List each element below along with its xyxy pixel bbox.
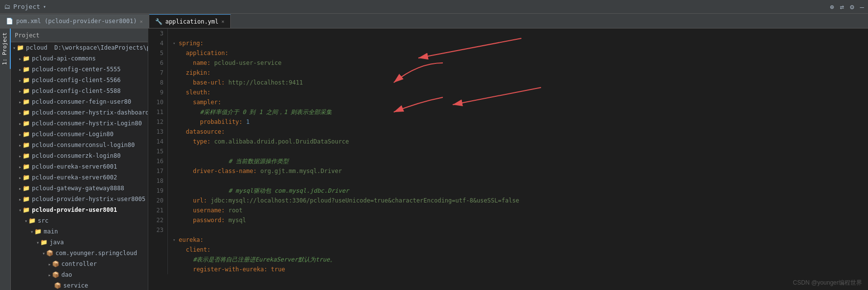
tree-consumerzk[interactable]: 📁 pcloud-consumerzk-login80 [11, 150, 148, 161]
folder-icon: 📁 [23, 77, 30, 84]
project-panel-tab[interactable]: 1: Project [0, 29, 11, 69]
tree-provider-hystrix[interactable]: 📁 pcloud-provider-hystrix-user8005 [11, 194, 148, 204]
tree-consumer-hystrix-login[interactable]: 📁 pcloud-consumer-hystrix-Login80 [11, 118, 148, 129]
tab-application-label: application.yml [165, 18, 218, 25]
package-icon: 📦 [46, 250, 54, 257]
tree-consumer-login[interactable]: 📁 pcloud-consumer-Login80 [11, 129, 148, 140]
project-dropdown-icon[interactable]: ▾ [43, 4, 46, 9]
folder-icon: 📁 [23, 196, 30, 203]
arrow-icon [13, 45, 16, 51]
tree-config-center[interactable]: 📁 pcloud-config-center-5555 [11, 64, 148, 75]
tree-eureka-6001[interactable]: 📁 pcloud-eureka-server6001 [11, 161, 148, 172]
arrow-icon [19, 207, 22, 213]
tree-label: pcloud-config-client-5588 [32, 87, 121, 94]
tab-pom-label: pom.xml (pcloud-provider-user8001) [16, 18, 137, 25]
folder-icon: 📁 [23, 109, 30, 116]
tab-pom[interactable]: 📄 pom.xml (pcloud-provider-user8001) ✕ [0, 14, 149, 28]
watermark: CSDN @younger编程世界 [793, 279, 862, 287]
settings-icon[interactable]: ⚙ [850, 3, 854, 11]
arrow-icon [30, 229, 33, 234]
code-text: sampler: [179, 97, 221, 107]
tree-api-commons[interactable]: 📁 pcloud-api-commons [11, 53, 148, 64]
tree-pcloud-root[interactable]: 📁 pcloud D:\workspace\IdeaProjects\pclou… [11, 42, 148, 53]
tree-provider-user8001[interactable]: 📁 pcloud-provider-user8001 [11, 204, 148, 215]
line-num: 5 [148, 48, 163, 58]
arrow-icon [48, 261, 51, 267]
tree-consumerconsul[interactable]: 📁 pcloud-consumerconsul-login80 [11, 140, 148, 150]
code-line-3 [173, 29, 868, 38]
tab-application-close[interactable]: ✕ [221, 19, 224, 24]
tree-consumer-feign[interactable]: 📁 pcloud-consumer-feign-user80 [11, 96, 148, 107]
tree-label: pcloud-consumer-hystrix-Login80 [32, 120, 142, 127]
sidebar-header: Project [11, 29, 148, 42]
line-num: 4 [148, 38, 163, 48]
folder-icon: 📁 [23, 152, 30, 159]
project-label: Project [13, 3, 40, 10]
left-panel-tabs: 1: Project [0, 29, 11, 290]
tree-label: pcloud-gateway-gateway8888 [32, 185, 124, 192]
tree-service[interactable]: 📦 service [11, 280, 148, 290]
tab-application[interactable]: 🔧 application.yml ✕ [149, 14, 231, 28]
transfer-icon[interactable]: ⇄ [840, 3, 844, 11]
code-text: #表示是否将自己注册进EurekaServer默认为true。 [179, 255, 336, 264]
folder-icon: 📁 [23, 98, 30, 105]
arrow-icon [19, 67, 22, 72]
code-text: application: [179, 48, 228, 58]
line-num: 20 [148, 196, 163, 205]
tree-label: com.younger.springcloud [55, 250, 137, 257]
tree-label: java [50, 239, 64, 246]
code-text: name: pcloud-user-service [179, 58, 282, 68]
tree-label: pcloud-eureka-server6001 [32, 163, 117, 170]
code-line-23: register-with-eureka: true [173, 264, 868, 274]
code-display: 3 4 5 6 7 8 9 10 11 12 13 14 15 16 17 18 [148, 29, 868, 274]
line-numbers: 3 4 5 6 7 8 9 10 11 12 13 14 15 16 17 18 [148, 29, 168, 274]
tree-gateway[interactable]: 📁 pcloud-gateway-gateway8888 [11, 183, 148, 194]
project-tree: 📁 pcloud D:\workspace\IdeaProjects\pclou… [11, 42, 148, 290]
arrow-icon [25, 218, 27, 224]
folder-icon: 📁 [23, 142, 30, 148]
folder-icon: 📁 [23, 206, 30, 213]
editor-area[interactable]: 3 4 5 6 7 8 9 10 11 12 13 14 15 16 17 18 [148, 29, 868, 290]
tree-config-client-5566[interactable]: 📁 pcloud-config-client-5566 [11, 75, 148, 86]
code-text: type: com.alibaba.druid.pool.DruidDataSo… [179, 137, 349, 166]
code-text: probability: 1 [179, 117, 250, 127]
line-num: 13 [148, 127, 163, 137]
line-num: 8 [148, 78, 163, 87]
sync-icon[interactable]: ⊕ [830, 3, 834, 11]
tree-src[interactable]: 📁 src [11, 215, 148, 226]
arrow-icon [42, 251, 45, 256]
tree-java[interactable]: 📁 java [11, 237, 148, 248]
tree-eureka-6002[interactable]: 📁 pcloud-eureka-server6002 [11, 172, 148, 183]
tree-springcloud-package[interactable]: 📦 com.younger.springcloud [11, 248, 148, 259]
main-content: 1: Project Project 📁 pcloud D:\workspace… [0, 29, 868, 290]
tree-consumer-hystrix-dash[interactable]: 📁 pcloud-consumer-hystrix-dashboard9001 [11, 107, 148, 118]
tree-config-client-5588[interactable]: 📁 pcloud-config-client-5588 [11, 86, 148, 96]
tab-pom-close[interactable]: ✕ [140, 19, 143, 24]
code-text: datasource: [179, 127, 225, 137]
minimize-icon[interactable]: — [860, 3, 864, 11]
code-line-19 [173, 225, 868, 235]
code-line-5: application: [173, 48, 868, 58]
line-num: 21 [148, 205, 163, 215]
line-num: 12 [148, 117, 163, 127]
sidebar-title: Project [15, 32, 40, 39]
yml-icon: 🔧 [155, 18, 163, 25]
line-num: 14 [148, 137, 163, 146]
code-line-16: url: jdbc:mysql://localhost:3306/pcloud?… [173, 196, 868, 205]
code-line-4: ▾ spring: [173, 38, 868, 48]
tree-label: main [44, 228, 58, 235]
line-num: 16 [148, 156, 163, 166]
tree-main[interactable]: 📁 main [11, 226, 148, 237]
tree-dao[interactable]: 📦 dao [11, 269, 148, 280]
top-bar-actions: ⊕ ⇄ ⚙ — [830, 3, 864, 11]
code-line-12: probability: 1 [173, 117, 868, 127]
tree-controller[interactable]: 📦 controller [11, 259, 148, 269]
code-line-22: #表示是否将自己注册进EurekaServer默认为true。 [173, 255, 868, 264]
package-icon: 📦 [54, 282, 61, 289]
line-num: 9 [148, 87, 163, 97]
fold-icon[interactable]: ▾ [173, 235, 179, 245]
arrow-icon [19, 186, 22, 191]
fold-icon[interactable]: ▾ [173, 38, 179, 48]
code-wrapper: 3 4 5 6 7 8 9 10 11 12 13 14 15 16 17 18 [148, 29, 868, 274]
tree-label: pcloud-consumer-hystrix-dashboard9001 [32, 109, 148, 116]
